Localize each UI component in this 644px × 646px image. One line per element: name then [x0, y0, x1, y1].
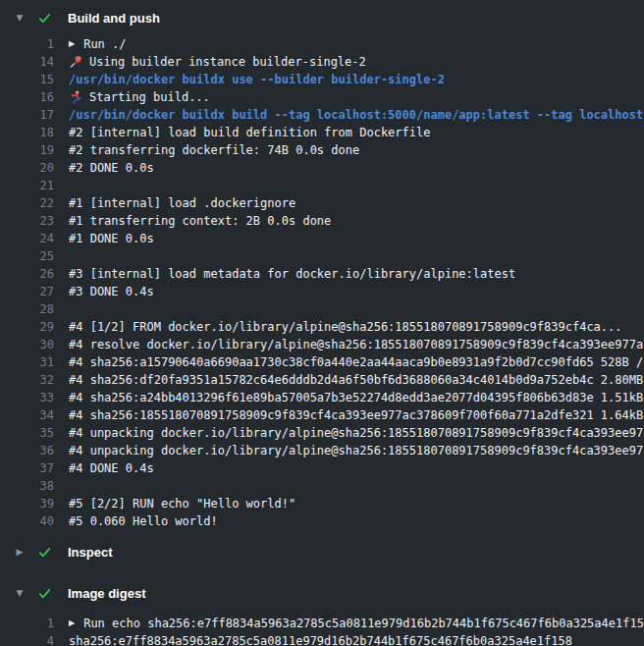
step-log-image-digest: 1▶Run echo sha256:e7ff8834a5963a2785c5a0…: [0, 615, 644, 646]
log-line: 31#4 sha256:a15790640a6690aa1730c38cf0a4…: [0, 353, 644, 371]
line-number[interactable]: 33: [0, 389, 54, 406]
line-number[interactable]: 1: [0, 35, 54, 53]
log-text: Run echo sha256:e7ff8834a5963a2785c5a081…: [83, 615, 644, 632]
log-text: #2 transferring dockerfile: 74B 0.0s don…: [69, 141, 359, 159]
line-number[interactable]: 19: [0, 141, 54, 159]
log-text: #3 [internal] load metadata for docker.i…: [69, 265, 515, 283]
log-text: /usr/bin/docker buildx use --builder bui…: [69, 71, 445, 88]
log-text: #5 [2/2] RUN echo "Hello world!": [69, 495, 295, 512]
log-line: 23#1 transferring context: 2B 0.0s done: [0, 212, 644, 230]
log-text: Run ./: [83, 35, 126, 53]
log-line: 30#4 resolve docker.io/library/alpine@sh…: [0, 336, 644, 353]
chevron-down-icon[interactable]: ▼: [12, 588, 27, 598]
workflow-log-viewer: { "colors": { "background": "#24292e", "…: [0, 0, 644, 646]
step-title: Image digest: [68, 586, 145, 601]
step-title: Inspect: [68, 545, 113, 560]
log-line: 19#2 transferring dockerfile: 74B 0.0s d…: [0, 141, 644, 159]
line-number[interactable]: 28: [0, 300, 54, 318]
line-number[interactable]: 25: [0, 247, 54, 265]
log-line: 14Using builder instance builder-single-…: [0, 53, 644, 71]
log-line: 39#5 [2/2] RUN echo "Hello world!": [0, 495, 644, 512]
expand-arrow-icon[interactable]: ▶: [69, 35, 75, 53]
log-text: #1 DONE 0.0s: [69, 230, 154, 247]
line-number[interactable]: 31: [0, 353, 54, 371]
log-text: #5 0.060 Hello world!: [69, 512, 218, 530]
log-line: 36#4 unpacking docker.io/library/alpine@…: [0, 442, 644, 459]
log-line: 35#4 unpacking docker.io/library/alpine@…: [0, 424, 644, 442]
line-number[interactable]: 15: [0, 71, 54, 88]
step-header-inspect[interactable]: ▶ Inspect: [0, 538, 644, 565]
check-icon: [37, 11, 52, 26]
log-text: Using builder instance builder-single-2: [89, 53, 366, 71]
step-log-build-and-push: 1▶Run ./14Using builder instance builder…: [0, 35, 644, 530]
line-number[interactable]: 40: [0, 512, 54, 530]
log-line: 18#2 [internal] load build definition fr…: [0, 124, 644, 141]
log-line: 40#5 0.060 Hello world!: [0, 512, 644, 530]
line-number[interactable]: 26: [0, 265, 54, 283]
log-text: #1 [internal] load .dockerignore: [69, 194, 295, 212]
line-number[interactable]: 4: [0, 632, 54, 646]
log-line: 29#4 [1/2] FROM docker.io/library/alpine…: [0, 318, 644, 336]
log-line: 17/usr/bin/docker buildx build --tag loc…: [0, 106, 644, 124]
log-line: 24#1 DONE 0.0s: [0, 230, 644, 247]
log-text: #4 [1/2] FROM docker.io/library/alpine@s…: [69, 318, 622, 336]
log-line: 1▶Run echo sha256:e7ff8834a5963a2785c5a0…: [0, 615, 644, 632]
log-line: 21: [0, 177, 644, 194]
step-title: Build and push: [68, 11, 160, 26]
line-number[interactable]: 16: [0, 88, 54, 106]
line-number[interactable]: 35: [0, 424, 54, 442]
line-number[interactable]: 20: [0, 159, 54, 177]
log-line: 15/usr/bin/docker buildx use --builder b…: [0, 71, 644, 88]
line-number[interactable]: 34: [0, 406, 54, 424]
log-line: 27#3 DONE 0.4s: [0, 283, 644, 300]
log-text: Starting build...: [89, 88, 210, 106]
line-number[interactable]: 23: [0, 212, 54, 230]
log-line: 22#1 [internal] load .dockerignore: [0, 194, 644, 212]
log-line: 37#4 DONE 0.4s: [0, 459, 644, 477]
line-number[interactable]: 38: [0, 477, 54, 495]
log-text: #2 [internal] load build definition from…: [69, 124, 430, 141]
log-line: 1▶Run ./: [0, 35, 644, 53]
log-text: #4 DONE 0.4s: [69, 459, 154, 477]
line-number[interactable]: 37: [0, 459, 54, 477]
step-header-build-and-push[interactable]: ▼ Build and push: [0, 4, 644, 31]
log-line: 38: [0, 477, 644, 495]
line-number[interactable]: 30: [0, 336, 54, 353]
line-number[interactable]: 24: [0, 230, 54, 247]
log-text: #4 sha256:a24bb4013296f61e89ba57005a7b3e…: [69, 389, 644, 406]
line-number[interactable]: 39: [0, 495, 54, 512]
log-text: #4 sha256:185518070891758909c9f839cf4ca3…: [69, 406, 644, 424]
pushpin-icon: [69, 55, 82, 69]
log-text: #4 resolve docker.io/library/alpine@sha2…: [69, 336, 644, 353]
line-number[interactable]: 14: [0, 53, 54, 71]
log-text: #4 sha256:a15790640a6690aa1730c38cf0a440…: [69, 353, 644, 371]
log-line: 4sha256:e7ff8834a5963a2785c5a0811e979d16…: [0, 632, 644, 646]
line-number[interactable]: 1: [0, 615, 54, 632]
chevron-down-icon[interactable]: ▼: [12, 13, 27, 23]
line-number[interactable]: 29: [0, 318, 54, 336]
line-number[interactable]: 17: [0, 106, 54, 124]
log-line: 25: [0, 247, 644, 265]
log-text: #2 DONE 0.0s: [69, 159, 154, 177]
log-text: sha256:e7ff8834a5963a2785c5a0811e979d16b…: [69, 632, 572, 646]
log-line: 16Starting build...: [0, 88, 644, 106]
line-number[interactable]: 32: [0, 371, 54, 389]
log-text: #4 sha256:df20fa9351a15782c64e6dddb2d4a6…: [69, 371, 644, 389]
log-text: #1 transferring context: 2B 0.0s done: [69, 212, 331, 230]
check-icon: [37, 586, 52, 601]
log-line: 28: [0, 300, 644, 318]
line-number[interactable]: 18: [0, 124, 54, 141]
log-text: #4 unpacking docker.io/library/alpine@sh…: [69, 424, 644, 442]
line-number[interactable]: 27: [0, 283, 54, 300]
log-line: 20#2 DONE 0.0s: [0, 159, 644, 177]
line-number[interactable]: 36: [0, 442, 54, 459]
log-line: 26#3 [internal] load metadata for docker…: [0, 265, 644, 283]
line-number[interactable]: 21: [0, 177, 54, 194]
chevron-right-icon[interactable]: ▶: [12, 547, 27, 557]
expand-arrow-icon[interactable]: ▶: [69, 615, 75, 632]
log-text: #4 unpacking docker.io/library/alpine@sh…: [69, 442, 644, 459]
log-text: /usr/bin/docker buildx build --tag local…: [69, 106, 644, 124]
step-header-image-digest[interactable]: ▼ Image digest: [0, 579, 644, 607]
log-text: #3 DONE 0.4s: [69, 283, 154, 300]
line-number[interactable]: 22: [0, 194, 54, 212]
